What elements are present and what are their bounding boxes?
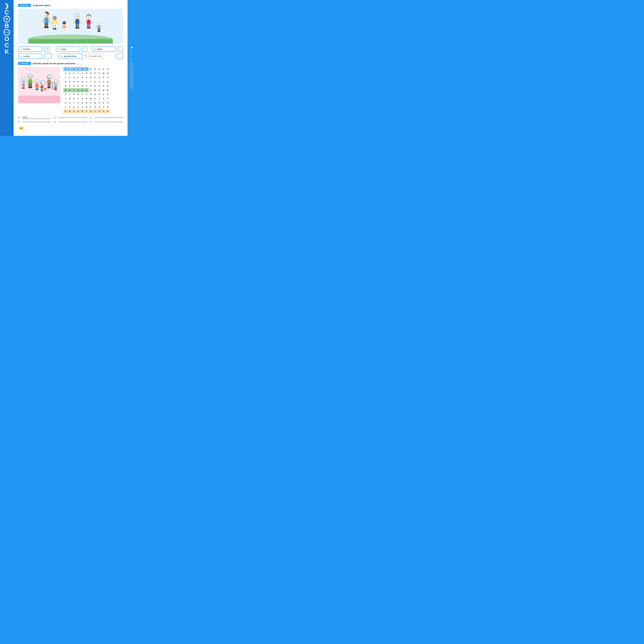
logo-c1: C [5,9,9,15]
match-answer-3[interactable] [44,54,51,59]
wordsearch-cell: E [85,97,89,101]
wordsearch-cell: V [68,75,72,80]
svg-point-8 [46,27,49,28]
match-word-1: sister [61,48,67,50]
logo-o2: O [4,36,9,42]
answers-row-1: 0. sister 1. 2. [18,116,123,119]
match-number-0: 0. [21,48,22,50]
wordsearch-cell: E [68,105,72,109]
page-number: 12 [18,126,24,130]
wordsearch-cell: D [101,67,106,71]
match-answer-0[interactable]: f [44,46,50,52]
answer-line-0[interactable]: sister [22,116,51,119]
wordsearch-cell: H [106,101,110,105]
answer-line-2[interactable] [94,117,123,118]
wordsearch-cell: G [72,105,76,109]
wordsearch-cell: H [97,84,101,88]
match-number-1: 1. [58,48,60,50]
svg-rect-145 [54,85,57,88]
answers-section: 0. sister 1. 2. 3. 4. 5. [18,116,123,123]
wordsearch-cell: Z [101,75,106,80]
svg-rect-2 [28,39,113,44]
svg-text:c: c [64,29,65,32]
svg-rect-4 [44,18,49,23]
wordsearch-cell: Q [93,101,97,105]
answer-number-3: 3. [18,120,21,123]
wordsearch-cell: O [63,80,68,84]
wordsearch-cell: N [106,80,110,84]
match-answer-1[interactable] [82,46,87,52]
wordsearch-cell: M [93,88,97,92]
svg-rect-26 [63,26,66,29]
wordsearch-cell: N [80,75,85,80]
wordsearch-cell: E [80,67,85,71]
wordsearch-cell: X [63,92,68,97]
svg-text:b: b [55,24,56,27]
exercise3-header: EXERCISE 3 Look and match. [18,4,123,7]
wordsearch-cell: R [106,71,110,75]
svg-text:e: e [88,16,89,18]
answer-line-1[interactable] [58,117,87,118]
wordsearch-cell: O [72,84,76,88]
wordsearch-cell: S [76,101,80,105]
wordsearch-cell: M [101,71,106,75]
wordsearch-cell: O [68,97,72,101]
match-item-0: 0. brother [18,46,42,52]
wordsearch-cell: D [93,71,97,75]
svg-point-58 [88,27,91,29]
wordsearch-cell: M [63,88,68,92]
svg-rect-52 [87,20,91,24]
svg-rect-124 [41,88,42,91]
wordsearch-cell: H [89,84,93,88]
wordsearch-cell: A [89,109,93,113]
answer-item-1: 1. [54,116,87,119]
answer-line-4[interactable] [58,121,87,122]
svg-text:2: 2 [37,80,37,82]
answer-line-5[interactable] [94,121,123,122]
wordsearch-cell: R [85,71,89,75]
wordsearch-cell: M [106,88,110,92]
match-word-4: grandmother [64,55,77,58]
match-answer-4[interactable] [116,54,123,59]
wordsearch-cell: A [68,101,72,105]
wordsearch-cell: L [76,75,80,80]
svg-rect-150 [54,87,55,89]
svg-text:3: 3 [42,82,43,83]
wordsearch-cell: I [68,67,72,71]
match-answer-2[interactable] [118,46,123,52]
wordsearch-cell: R [106,109,110,113]
svg-point-116 [37,89,38,90]
wordsearch-cell: M [101,88,106,92]
exercise4-content: 0 1 2 3 4 5 SISTERBRADGADXYTRRDFMRTVHLNA… [18,67,123,113]
match-word-2: father [97,48,102,50]
sidebar: ❯ C B O C K [0,0,14,136]
wordsearch-cell: Z [72,92,76,97]
exercise4-header: EXERCISE 4 Find the words for the pictur… [18,62,123,65]
wordsearch-cell: F [85,109,89,113]
logo-b: B [5,23,9,29]
wordsearch-cell: E [106,105,110,109]
wordsearch-cell: N [93,92,97,97]
svg-text:f: f [99,22,100,24]
exercise4-image: 0 1 2 3 4 5 [18,67,60,103]
exercise4-ellipsis: ... [77,62,79,65]
answer-number-1: 1. [54,116,57,119]
wordsearch: SISTERBRADGADXYTRRDFMRTVHLNAOXAZAOHNKNJT… [63,67,123,113]
svg-point-104 [30,87,32,88]
wordsearch-cell: T [85,84,89,88]
wordsearch-cell: X [80,105,85,109]
wordsearch-cell: R [85,88,89,92]
exercise3-image: a b c d e f [18,9,123,44]
right-sidebar-dot [131,47,133,48]
answer-line-3[interactable] [22,121,51,122]
right-sidebar-text: Build-up 1A - Có đáp án (theo bộ sách Ti… [130,50,134,89]
wordsearch-cell: J [85,80,89,84]
wordsearch-cell: B [76,92,80,97]
wordsearch-cell: T [76,97,80,101]
wordsearch-cell: Y [76,71,80,75]
wordsearch-cell: G [63,109,68,113]
wordsearch-cell: Y [72,101,76,105]
wordsearch-cell: E [97,88,101,92]
svg-rect-6 [47,23,48,27]
wordsearch-cell: R [85,67,89,71]
